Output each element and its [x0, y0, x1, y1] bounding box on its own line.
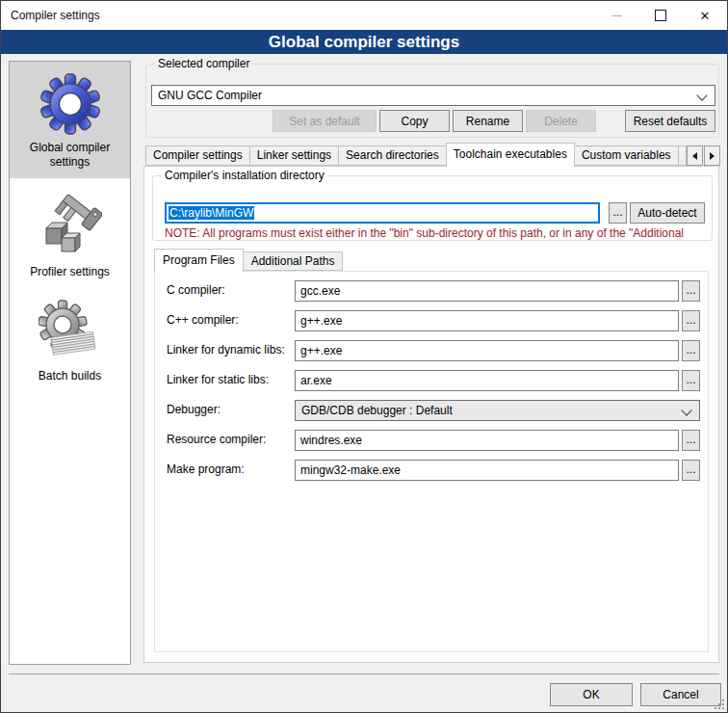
installation-directory-group: Compiler's installation directory C:\ray…: [152, 175, 713, 241]
dynamic-linker-browse-button[interactable]: ...: [682, 340, 700, 361]
settings-category-list: Global compiler settings: [9, 61, 131, 665]
tab-scroll-left-button[interactable]: [687, 145, 703, 166]
cpp-compiler-label: C++ compiler:: [167, 313, 292, 327]
make-program-browse-button[interactable]: ...: [682, 460, 700, 481]
make-program-label: Make program:: [167, 462, 292, 476]
resize-grip[interactable]: [715, 700, 724, 709]
arrow-right-icon: [710, 152, 715, 160]
tab-scroll-arrows: [686, 145, 720, 166]
tab-custom-variables[interactable]: Custom variables: [574, 145, 679, 166]
program-files-tab-bar: Program Files Additional Paths: [154, 251, 342, 271]
browse-directory-button[interactable]: ...: [609, 202, 627, 224]
c-compiler-label: C compiler:: [167, 283, 292, 297]
tab-scroll-right-button[interactable]: [704, 145, 720, 166]
selected-compiler-group: Selected compiler GNU GCC Compiler Set a…: [145, 64, 719, 138]
selected-compiler-dropdown[interactable]: GNU GCC Compiler: [151, 85, 715, 106]
resource-compiler-row: Resource compiler: ...: [155, 430, 708, 451]
settings-tab-bar: Compiler settings Linker settings Search…: [145, 145, 719, 166]
sidebar-item-label: Profiler settings: [12, 265, 128, 279]
maximize-button[interactable]: [638, 1, 683, 30]
footer-divider: [9, 673, 719, 674]
tab-additional-paths[interactable]: Additional Paths: [243, 251, 344, 271]
resource-compiler-input[interactable]: [295, 430, 679, 451]
blue-gear-icon: [39, 73, 101, 135]
dynamic-linker-label: Linker for dynamic libs:: [167, 343, 292, 356]
resource-compiler-browse-button[interactable]: ...: [682, 430, 700, 451]
sidebar-item-label: Global compiler settings: [12, 141, 128, 170]
delete-button[interactable]: Delete: [526, 110, 596, 132]
minimize-button[interactable]: [594, 1, 638, 30]
tab-toolchain-executables[interactable]: Toolchain executables: [446, 143, 575, 167]
caption-buttons: ✕: [594, 1, 727, 30]
c-compiler-row: C compiler: ...: [155, 280, 708, 302]
dynamic-linker-row: Linker for dynamic libs: ...: [155, 340, 708, 361]
title-bar: Compiler settings ✕: [1, 1, 727, 30]
installation-directory-input[interactable]: C:\raylib\MinGW: [165, 202, 600, 224]
tab-program-files[interactable]: Program Files: [154, 249, 244, 272]
close-icon: ✕: [700, 10, 711, 22]
sidebar-item-batch-builds[interactable]: Batch builds: [10, 288, 130, 392]
set-as-default-button[interactable]: Set as default: [273, 110, 377, 132]
page-title: Global compiler settings: [1, 30, 727, 54]
reset-defaults-button[interactable]: Reset defaults: [625, 110, 715, 132]
window-title: Compiler settings: [1, 9, 100, 22]
selected-compiler-legend: Selected compiler: [154, 57, 253, 71]
debugger-value: GDB/CDB debugger : Default: [301, 404, 453, 417]
c-compiler-browse-button[interactable]: ...: [682, 280, 700, 302]
compiler-settings-window: Compiler settings ✕ Global compiler sett…: [0, 0, 728, 713]
static-linker-row: Linker for static libs: ...: [155, 370, 708, 391]
chevron-down-icon: [681, 405, 691, 415]
sidebar-item-profiler-settings[interactable]: Profiler settings: [10, 178, 130, 288]
caliper-icon: [39, 190, 102, 259]
tab-search-directories[interactable]: Search directories: [338, 145, 447, 166]
static-linker-input[interactable]: [295, 370, 679, 391]
installation-directory-legend: Compiler's installation directory: [161, 169, 328, 183]
static-linker-browse-button[interactable]: ...: [682, 370, 700, 391]
toolchain-executables-panel: Compiler's installation directory C:\ray…: [143, 166, 719, 663]
dialog-content: Global compiler settings: [1, 54, 727, 712]
minimize-icon: [611, 15, 622, 16]
auto-detect-button[interactable]: Auto-detect: [630, 202, 705, 224]
debugger-row: Debugger: GDB/CDB debugger : Default: [155, 400, 708, 421]
installation-directory-value: C:\raylib\MinGW: [169, 206, 254, 220]
dynamic-linker-input[interactable]: [295, 340, 679, 361]
cpp-compiler-browse-button[interactable]: ...: [682, 310, 700, 331]
make-program-row: Make program: ...: [155, 460, 708, 481]
close-button[interactable]: ✕: [683, 1, 727, 30]
debugger-label: Debugger:: [167, 403, 292, 416]
bin-subdirectory-note: NOTE: All programs must exist either in …: [165, 226, 710, 240]
tab-compiler-settings[interactable]: Compiler settings: [145, 145, 250, 166]
cancel-button[interactable]: Cancel: [640, 683, 721, 706]
make-program-input[interactable]: [295, 460, 679, 481]
sidebar-item-label: Batch builds: [12, 369, 128, 383]
arrow-left-icon: [692, 152, 697, 160]
resource-compiler-label: Resource compiler:: [167, 433, 292, 446]
c-compiler-input[interactable]: [295, 280, 679, 302]
sidebar-item-global-compiler-settings[interactable]: Global compiler settings: [10, 62, 130, 178]
chevron-down-icon: [696, 90, 707, 100]
debugger-dropdown[interactable]: GDB/CDB debugger : Default: [295, 400, 700, 421]
selected-compiler-value: GNU GCC Compiler: [158, 89, 262, 102]
compiler-buttons-row: Set as default Copy Rename Delete Reset …: [151, 110, 715, 132]
ok-button[interactable]: OK: [550, 683, 633, 706]
cpp-compiler-row: C++ compiler: ...: [155, 310, 708, 331]
rename-button[interactable]: Rename: [453, 110, 523, 132]
gear-paper-stack-icon: [39, 300, 102, 363]
static-linker-label: Linker for static libs:: [167, 373, 292, 386]
copy-button[interactable]: Copy: [379, 110, 450, 132]
cpp-compiler-input[interactable]: [295, 310, 679, 331]
maximize-icon: [655, 10, 666, 21]
program-files-panel: C compiler: ... C++ compiler: ... Linker…: [154, 271, 709, 652]
tab-linker-settings[interactable]: Linker settings: [249, 145, 339, 166]
